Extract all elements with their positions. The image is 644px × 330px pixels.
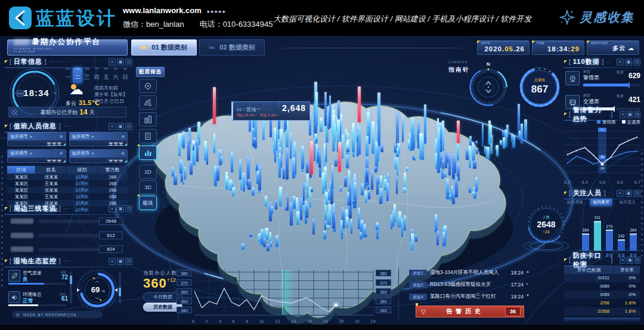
bottom-strip [0,325,644,330]
expand-icon[interactable]: ◳ [634,111,640,118]
close-icon[interactable]: × [109,123,116,130]
trend-x-tick: 5.7 [634,180,640,185]
week-day[interactable]: TH四 [92,67,101,83]
eco-gauge: 69 % -- [75,268,119,312]
close-icon[interactable]: ⊗ [60,151,63,156]
compass-sublabel: COMPASS [448,61,467,64]
website-line[interactable]: www.lanlanwork.com▸▸▸▸▸ [123,6,227,15]
edge-decoration-left [1,155,3,286]
tab-data-category-2[interactable]: 02 数据类别 [199,39,265,55]
expand-icon[interactable]: ◳ [633,58,640,66]
table-row: 某某区王某某副局长268 [7,180,128,187]
police-total-gauge: 总警情 867 [518,66,561,109]
alert-row[interactable]: 类型1湿地3-104片区有不明人员闯入18:24 [409,269,524,277]
platform-title: 暑期办公协作平台 [32,37,101,47]
close-icon[interactable]: × [109,205,116,212]
svg-text:264: 264 [630,228,637,232]
close-icon[interactable]: ⊗ [121,134,125,139]
close-icon[interactable]: × [617,58,624,66]
window-icon[interactable]: ▣ [117,58,124,66]
inspiration-collect[interactable]: 灵感收集 [559,9,634,26]
window-icon[interactable]: ▣ [117,123,124,130]
duty-leader-card[interactable]: 值班领导▸⊗某某某 [7,132,66,146]
air-quality-bar [8,283,66,285]
focus-tab-enter[interactable]: 当日进入 [617,199,638,206]
window-icon[interactable]: ▣ [117,258,124,265]
duty-cell: 268 [98,193,128,200]
trend-x-tick: 5.5 [599,180,605,185]
office-x-axis: 024681012141618202224 [192,319,376,324]
close-icon[interactable]: × [620,257,626,264]
layer-button-camera[interactable] [139,79,157,93]
window-icon[interactable]: ▣ [625,58,632,66]
expand-icon[interactable]: ◳ [125,258,132,265]
expand-icon[interactable]: ◳ [634,257,640,264]
trend-x-tick: 5.3 [564,180,570,185]
layer-button-blocks[interactable]: 板块 [139,196,157,210]
expand-icon[interactable]: ◳ [125,123,132,130]
close-icon[interactable]: × [620,111,626,118]
alert-history-banner[interactable]: ▽ 告警历史 36 [416,306,524,317]
svg-text:18:34: 18:34 [23,88,49,98]
scroll-down-icon[interactable]: ▼ [526,294,530,297]
close-icon[interactable]: × [617,190,624,197]
duty-cell: 268 [98,187,128,193]
alert-row[interactable]: 类型2RD13-53烟感报警疑似火灾17:24 [409,280,524,289]
slider-track-left[interactable] [70,272,72,303]
layer-button-2d[interactable]: 2D [139,165,157,179]
duty-cell: 副局长 [67,174,98,180]
week-day[interactable]: WE三 [82,67,92,83]
watermark-footer: ⊙MADE BY NEHOMMICOA [12,311,103,318]
alarm-camera-icon [565,71,580,85]
window-icon[interactable]: ▣ [627,111,633,118]
week-day[interactable]: SA六 [111,67,120,83]
layer-button-3d[interactable]: 3D [139,180,157,195]
layer-button-bar-chart[interactable] [139,146,157,160]
cloud-icon: ☁ [628,45,634,51]
window-icon[interactable]: ▣ [625,190,632,197]
office-y-tick: 360 [177,288,192,295]
compass-dial: N [466,61,510,109]
alert-history-label: 告警历史 [426,307,505,316]
close-icon[interactable]: ⊗ [60,134,63,139]
focus-tab-left[interactable]: 当日离开 [590,199,612,206]
duty-leader-card[interactable]: 值班领导▸⊗某某某 [7,149,66,164]
week-day[interactable]: SU日 [120,67,130,83]
office-x-tick: 22 [355,319,360,324]
close-icon[interactable]: × [109,258,116,265]
compass-widget[interactable]: COMPASS 指南针 N [447,61,513,111]
layer-button-building[interactable] [139,112,157,127]
expand-icon[interactable]: ◳ [125,58,132,66]
layer-filter-header: 图层筛选 [136,67,165,77]
office-y-tick: 350 [177,298,192,304]
duty-leader-card[interactable]: 值班领导▸⊗某某某 [69,132,128,146]
week-day[interactable]: FR五 [101,67,111,83]
duty-col-header: 警力数 [98,166,128,174]
alert-text: 湿地3-104片区有不明人员闯入 [427,269,506,276]
table-row: 某某区张某某副局长268 [7,187,128,193]
table-row: 2/561.6% [564,299,640,307]
alert-type-badge: 类型2 [409,282,427,288]
window-icon[interactable]: ▣ [117,205,124,212]
expand-icon[interactable]: ◳ [633,190,640,197]
layer-button-door[interactable] [139,129,157,143]
chevron-right-icon: ▸ [92,151,95,156]
close-icon[interactable]: × [109,58,116,66]
scroll-up-icon[interactable]: ▲ [526,270,530,273]
corner-accent [125,160,127,162]
checkpoint-rate: 0% [614,282,640,291]
trend-x-tick: 5.4 [581,180,587,185]
layer-button-signal[interactable] [139,95,157,110]
duty-leader-card[interactable]: 值班领导▸⊗某某某 [69,149,128,164]
checkpoint-table: 异常/已检测异常率0/3110%0/890%0/890%2/561.6%2/26… [564,266,640,316]
checkpoint-rate: 0% [614,291,640,299]
svg-text:242: 242 [618,234,625,238]
alert-row[interactable]: 类型4某路口有小汽车连闯三个红灯19:24 [409,292,524,301]
close-icon[interactable]: ⊗ [121,151,125,156]
expand-icon[interactable]: ◳ [125,205,132,212]
window-icon[interactable]: ▣ [627,257,633,264]
slash-decoration [11,109,17,115]
trend-x-axis: 5.35.45.55.65.7 [564,180,640,185]
arrows-decoration: ▸▸▸▸▸ [208,8,227,14]
tab-data-category-1[interactable]: 01 数据类别 [131,39,197,55]
